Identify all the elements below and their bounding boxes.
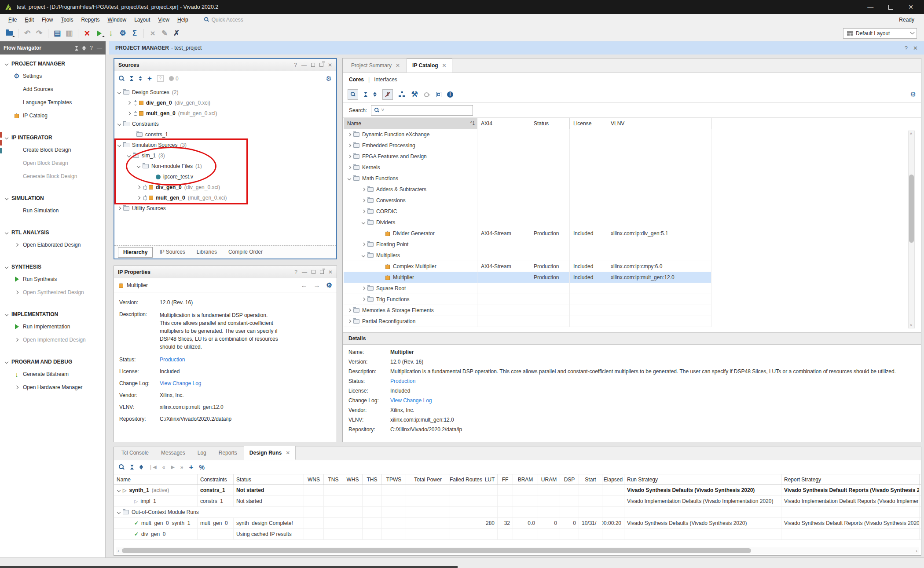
gear-icon[interactable]: ⚙ xyxy=(326,281,332,289)
column-header-whs[interactable]: WHS xyxy=(343,474,363,484)
sidebar-item-run-simulation[interactable]: Run Simulation xyxy=(0,204,105,217)
catalog-row-multiplier[interactable]: MultiplierProductionIncludedxilinx.com:i… xyxy=(344,272,711,283)
sidebar-section-header-ip-integrator[interactable]: IP INTEGRATOR xyxy=(0,132,105,143)
scrollbar-thumb[interactable] xyxy=(122,548,751,553)
tree-item-mult-gen-0[interactable]: mult_gen_0(mult_gen_0.xci) xyxy=(114,193,336,203)
tab-libraries[interactable]: Libraries xyxy=(192,247,222,258)
catalog-row-floating-point[interactable]: Floating Point xyxy=(344,239,711,250)
field-value[interactable]: Production xyxy=(160,357,185,363)
field-value[interactable]: View Change Log xyxy=(160,380,202,386)
run-row-synth-1[interactable]: ▷synth_1 (active)constrs_1Not startedViv… xyxy=(114,485,921,496)
column-header-lut[interactable]: LUT xyxy=(482,474,498,484)
help-icon[interactable]: ? xyxy=(294,62,297,68)
menu-help[interactable]: Help xyxy=(173,17,192,23)
sidebar-section-header-implementation[interactable]: IMPLEMENTATION xyxy=(0,309,105,320)
edit-disabled-icon[interactable]: ✎ xyxy=(161,29,169,37)
help-icon[interactable]: ? xyxy=(294,269,297,275)
add-sources-icon[interactable]: + xyxy=(147,74,152,83)
tree-item-sim-1[interactable]: sim_1(3) xyxy=(114,150,336,161)
step-forward-icon[interactable]: » xyxy=(180,464,183,470)
percent-icon[interactable]: % xyxy=(199,464,204,471)
column-header-ff[interactable]: FF xyxy=(498,474,513,484)
back-icon[interactable]: ← xyxy=(301,281,308,289)
sidebar-section-header-synthesis[interactable]: SYNTHESIS xyxy=(0,261,105,273)
tree-item-constraints[interactable]: Constraints xyxy=(114,119,336,129)
search-icon[interactable] xyxy=(119,76,125,81)
menu-tools[interactable]: Tools xyxy=(57,17,77,23)
chip-icon[interactable] xyxy=(436,92,441,97)
open-folder-icon[interactable] xyxy=(5,29,13,37)
subtab-cores[interactable]: Cores xyxy=(349,76,364,83)
tab-tcl-console[interactable]: Tcl Console xyxy=(116,446,154,460)
tab-design-runs[interactable]: Design Runs✕ xyxy=(244,446,296,460)
catalog-row-cordic[interactable]: CORDIC xyxy=(344,206,711,217)
catalog-row-complex-multiplier[interactable]: Complex MultiplierAXI4-StreamProductionI… xyxy=(344,261,711,272)
float-icon[interactable] xyxy=(319,63,323,67)
stop-icon[interactable]: × xyxy=(83,29,91,37)
sidebar-section-header-program-and-debug[interactable]: PROGRAM AND DEBUG xyxy=(0,356,105,368)
scroll-down-icon[interactable]: ˅ xyxy=(910,323,912,328)
help-icon[interactable]: ? xyxy=(905,45,908,51)
catalog-row-dynamic-function-exchange[interactable]: Dynamic Function eXchange xyxy=(344,129,711,140)
wrench-icon[interactable]: ⚒ xyxy=(411,91,418,98)
maximize-icon[interactable] xyxy=(311,63,315,67)
menu-flow[interactable]: Flow xyxy=(38,17,57,23)
column-header-bram[interactable]: BRAM xyxy=(513,474,538,484)
collapse-all-icon[interactable] xyxy=(130,76,133,81)
column-header-uram[interactable]: URAM xyxy=(538,474,560,484)
hierarchy-view-icon[interactable] xyxy=(399,91,405,97)
menu-file[interactable]: File xyxy=(4,17,21,23)
menu-view[interactable]: View xyxy=(154,17,173,23)
undo-icon[interactable]: ↶ xyxy=(23,29,31,37)
minimize-button[interactable]: — xyxy=(867,4,873,11)
create-run-icon[interactable]: + xyxy=(189,463,194,472)
tree-item-utility-sources[interactable]: Utility Sources xyxy=(114,203,336,214)
copy-icon[interactable]: ▥ xyxy=(65,29,73,37)
collapse-all-icon[interactable] xyxy=(364,92,367,97)
sidebar-item-settings[interactable]: ⚙Settings xyxy=(0,69,105,83)
tab-compile-order[interactable]: Compile Order xyxy=(224,247,268,258)
column-header-failed-routes[interactable]: Failed Routes xyxy=(450,474,482,484)
column-header-status[interactable]: Status xyxy=(234,474,304,484)
column-header-wns[interactable]: WNS xyxy=(304,474,324,484)
field-value[interactable]: Production xyxy=(390,378,415,384)
minimize-icon[interactable]: — xyxy=(302,269,307,275)
expand-all-icon[interactable] xyxy=(139,76,142,81)
close-tab-icon[interactable]: ✕ xyxy=(442,62,447,69)
column-header-status[interactable]: Status xyxy=(530,118,570,129)
minimize-icon[interactable]: — xyxy=(301,62,307,68)
float-icon[interactable] xyxy=(320,270,324,274)
skip-to-start-icon[interactable]: ❘◀ xyxy=(149,464,157,470)
column-header-total-power[interactable]: Total Power xyxy=(406,474,450,484)
catalog-row-partial-reconfiguration[interactable]: Partial Reconfiguration xyxy=(344,316,711,327)
tree-item-constrs-1[interactable]: constrs_1 xyxy=(114,129,336,140)
sum-icon[interactable]: Σ xyxy=(131,29,139,37)
close-icon[interactable]: ✕ xyxy=(328,62,332,68)
menu-reports[interactable]: Reports xyxy=(77,17,103,23)
vertical-scrollbar[interactable]: ˄ ˅ xyxy=(908,131,915,328)
column-header-elapsed[interactable]: Elapsed xyxy=(602,474,624,484)
sidebar-item-add-sources[interactable]: Add Sources xyxy=(0,83,105,96)
sidebar-section-header-project-manager[interactable]: PROJECT MANAGER xyxy=(0,58,105,69)
quick-access-search[interactable]: Quick Access xyxy=(204,16,268,24)
close-button[interactable]: ✕ xyxy=(908,4,913,11)
scroll-up-icon[interactable]: ˄ xyxy=(910,131,912,136)
sidebar-section-header-rtl-analysis[interactable]: RTL ANALYSIS xyxy=(0,227,105,238)
sidebar-section-header-simulation[interactable]: SIMULATION xyxy=(0,193,105,204)
catalog-row-multipliers[interactable]: Multipliers xyxy=(344,250,711,261)
close-tab-icon[interactable]: ✕ xyxy=(396,62,400,69)
scroll-left-icon[interactable]: ‹ xyxy=(116,548,121,553)
tree-item-div-gen-0[interactable]: div_gen_0(div_gen_0.xci) xyxy=(114,182,336,193)
search-icon[interactable] xyxy=(348,89,358,100)
sidebar-item-open-hardware-manager[interactable]: Open Hardware Manager xyxy=(0,381,105,394)
tab-ip-catalog[interactable]: IP Catalog✕ xyxy=(407,58,452,73)
help-icon[interactable]: ? xyxy=(90,45,93,51)
column-header-start[interactable]: Start xyxy=(579,474,602,484)
catalog-row-conversions[interactable]: Conversions xyxy=(344,195,711,206)
menu-edit[interactable]: Edit xyxy=(21,17,38,23)
column-header-vlnv[interactable]: VLNV xyxy=(607,118,711,129)
expand-all-icon[interactable] xyxy=(139,465,143,470)
sidebar-item-ip-catalog[interactable]: IP Catalog xyxy=(0,109,105,122)
tree-item-non-module-files[interactable]: Non-module Files(1) xyxy=(114,161,336,171)
sidebar-item-run-implementation[interactable]: Run Implementation xyxy=(0,320,105,333)
